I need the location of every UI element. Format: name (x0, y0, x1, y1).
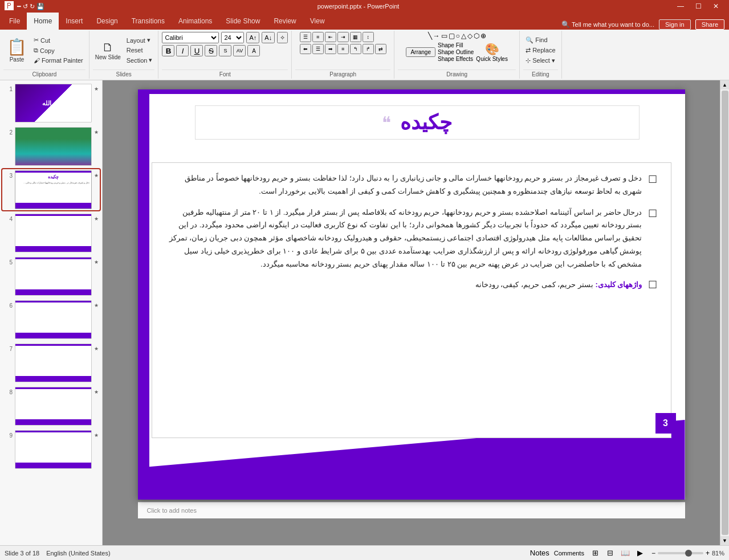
bullets-button[interactable]: ☰ (300, 32, 311, 42)
maximize-button[interactable]: ☐ (690, 0, 707, 13)
tab-design[interactable]: Design (89, 13, 124, 30)
align-right-button[interactable]: ➡ (325, 44, 336, 54)
section-button[interactable]: Section ▾ (124, 55, 155, 65)
shape-outline-button[interactable]: Shape Outline (438, 49, 474, 55)
shape-fill-button[interactable]: Shape Fill (438, 42, 474, 48)
slide-thumb-3[interactable]: 3 چکیده دخل و تصرف غیرمجاز در بستر و حری… (2, 169, 100, 210)
slide-title: چکیده (400, 111, 452, 134)
scroll-down-button[interactable]: ▼ (720, 536, 730, 545)
find-icon: 🔍 (526, 36, 533, 44)
decrease-indent-button[interactable]: ⇤ (325, 32, 336, 42)
reading-view-button[interactable]: 📖 (618, 547, 632, 559)
slide-sorter-button[interactable]: ⊟ (604, 547, 617, 559)
slide-title-box: ❝ چکیده (195, 105, 640, 140)
paste-button[interactable]: 📋 Paste (3, 35, 30, 65)
ribbon-group-clipboard: 📋 Paste ✂ Cut ⧉ Copy 🖌 Format Painter (0, 31, 89, 79)
zoom-out-button[interactable]: − (651, 549, 655, 557)
shape-oval-btn[interactable]: ○ (456, 32, 460, 40)
shape-effects-button[interactable]: Shape Effects (438, 56, 474, 62)
shape-more-btn[interactable]: ⊕ (480, 32, 486, 40)
shadow-button[interactable]: S (219, 45, 231, 56)
font-color-button[interactable]: A (247, 45, 260, 56)
strikethrough-button[interactable]: S (205, 45, 217, 56)
increase-indent-button[interactable]: ⇥ (337, 32, 349, 42)
shape-diamond-btn[interactable]: ◇ (467, 32, 473, 40)
copy-button[interactable]: ⧉ Copy (31, 46, 85, 55)
scroll-up-button[interactable]: ▲ (720, 80, 730, 89)
shape-round-rect-btn[interactable]: ▢ (449, 32, 455, 40)
ribbon-group-slides: 🗋 New Slide Layout ▾ Reset Section ▾ Sli… (89, 31, 159, 79)
tab-home[interactable]: Home (27, 13, 59, 30)
vertical-scrollbar[interactable]: ▲ ▼ (720, 80, 729, 545)
underline-button[interactable]: U (190, 45, 203, 56)
slide-thumb-4[interactable]: 4 ★ (2, 212, 100, 254)
zoom-control: − + 81% (651, 549, 724, 557)
align-left-button[interactable]: ⬅ (300, 44, 311, 54)
slide-content-box[interactable]: ☐ دخل و تصرف غیرمجاز در بستر و حریم رودخ… (152, 162, 671, 438)
tab-slideshow[interactable]: Slide Show (219, 13, 267, 30)
arrange-button[interactable]: Arrange (406, 47, 435, 57)
format-painter-button[interactable]: 🖌 Format Painter (31, 56, 85, 65)
line-spacing-button[interactable]: ↕ (363, 32, 374, 42)
slide-thumb-8[interactable]: 8 ★ (2, 386, 100, 427)
tab-animations[interactable]: Animations (172, 13, 219, 30)
tell-me-input[interactable]: 🔍 Tell me what you want to do... (561, 21, 654, 28)
columns-button[interactable]: ▦ (350, 32, 361, 42)
zoom-slider[interactable] (658, 552, 703, 554)
bold-button[interactable]: B (162, 45, 174, 56)
reset-button[interactable]: Reset (124, 46, 155, 55)
tab-view[interactable]: View (303, 13, 332, 30)
cut-icon: ✂ (34, 36, 39, 44)
tab-review[interactable]: Review (267, 13, 303, 30)
slideshow-button[interactable]: ▶ (633, 547, 647, 559)
notes-button[interactable]: Notes (530, 549, 549, 557)
clear-format-button[interactable]: ✧ (277, 32, 288, 43)
minimize-button[interactable]: — (672, 0, 689, 13)
font-size-select[interactable]: 24 (221, 32, 244, 43)
justify-button[interactable]: ≡ (337, 44, 349, 54)
numbering-button[interactable]: ≡ (312, 32, 324, 42)
tab-file[interactable]: File (2, 13, 27, 30)
zoom-thumb[interactable] (685, 550, 692, 557)
sign-in-button[interactable]: Sign in (659, 19, 691, 30)
shape-cylinder-btn[interactable]: ⬡ (474, 32, 479, 40)
paragraph-1: ☐ دخل و تصرف غیرمجاز در بستر و حریم رودخ… (166, 172, 657, 198)
select-button[interactable]: ⊹ Select ▾ (523, 56, 557, 66)
cut-button[interactable]: ✂ Cut (31, 35, 85, 45)
share-button[interactable]: Share (695, 19, 724, 30)
ltr-button[interactable]: ↱ (363, 44, 374, 54)
shape-line-btn[interactable]: ╲ (428, 32, 432, 40)
slide-thumb-7[interactable]: 7 ★ (2, 342, 100, 383)
slide-thumb-6[interactable]: 6 ★ (2, 299, 100, 340)
rtl-button[interactable]: ↰ (350, 44, 361, 54)
find-button[interactable]: 🔍 Find (523, 35, 557, 45)
comments-button[interactable]: Comments (554, 550, 584, 557)
slide-thumb-2[interactable]: 2 ★ (2, 126, 100, 167)
font-family-select[interactable]: Calibri (162, 32, 219, 43)
align-center-button[interactable]: ☰ (312, 44, 324, 54)
italic-button[interactable]: I (176, 45, 189, 56)
shape-arrow-btn[interactable]: → (433, 32, 440, 40)
slide-canvas[interactable]: ❝ چکیده ☐ دخل و تصرف غیرمجاز در بستر و ح… (138, 89, 685, 500)
tab-transitions[interactable]: Transitions (125, 13, 172, 30)
slide-thumb-9[interactable]: 9 ★ (2, 429, 100, 470)
zoom-in-button[interactable]: + (706, 549, 710, 557)
close-button[interactable]: ✕ (707, 0, 724, 13)
tab-insert[interactable]: Insert (59, 13, 89, 30)
quick-styles-button[interactable]: 🎨 (485, 42, 499, 56)
replace-button[interactable]: ⇄ Replace (523, 46, 557, 55)
font-size-increase-button[interactable]: A↑ (246, 32, 259, 43)
convert-smartart-button[interactable]: ⇄ (375, 44, 386, 54)
font-size-decrease-button[interactable]: A↓ (262, 32, 275, 43)
slide-top-bar (138, 89, 685, 94)
scroll-thumb[interactable] (722, 91, 728, 535)
slide-thumb-5[interactable]: 5 ★ (2, 256, 100, 297)
notes-area[interactable]: Click to add notes (138, 502, 685, 518)
new-slide-button[interactable]: 🗋 New Slide (93, 39, 123, 62)
shape-rect-btn[interactable]: ▭ (441, 32, 447, 40)
shape-triangle-btn[interactable]: △ (461, 32, 466, 40)
layout-button[interactable]: Layout ▾ (124, 35, 155, 45)
char-spacing-button[interactable]: AV (233, 45, 246, 56)
slide-thumb-1[interactable]: 1 بسم الله ★ (2, 83, 100, 124)
normal-view-button[interactable]: ⊞ (589, 547, 602, 559)
